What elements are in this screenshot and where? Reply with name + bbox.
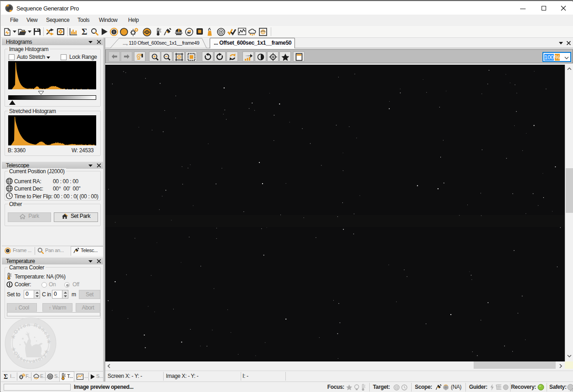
svg-text:Σ: Σ [82, 28, 87, 36]
svg-text:Σ: Σ [4, 373, 8, 380]
